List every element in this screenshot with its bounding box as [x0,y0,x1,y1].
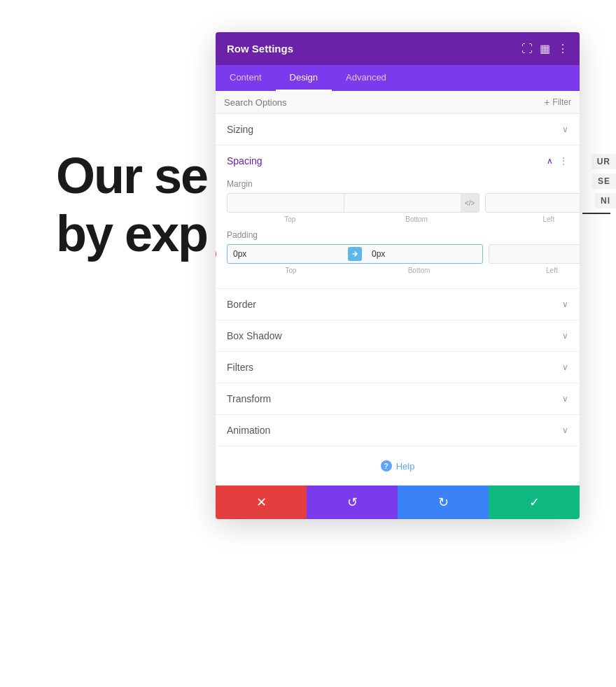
padding-top-bottom-group: 1 Top Bottom [227,244,483,274]
section-animation-header[interactable]: Animation ∨ [216,415,580,446]
margin-left-right-group: </> Left Right [485,193,580,223]
section-animation: Animation ∨ [216,415,580,446]
right-nav-divider [582,213,610,214]
undo-button[interactable]: ↺ [307,486,398,519]
padding-bottom-input[interactable] [366,245,482,263]
section-border: Border ∨ [216,289,580,320]
more-icon[interactable]: ⋮ [557,42,568,55]
bg-text-line1: Our se [56,147,207,205]
filter-plus-icon: + [544,97,550,108]
margin-left-input[interactable] [486,194,580,212]
margin-left-right-labels: Left Right [485,215,580,223]
sizing-chevron-icon: ∨ [562,125,568,134]
section-filters-title: Filters [227,362,253,373]
section-sizing-title: Sizing [227,124,253,135]
padding-top-bottom-inputs: 1 [227,244,483,264]
padding-left-right-inputs: </> [489,244,580,264]
section-border-title: Border [227,299,256,310]
help-section: ? Help [216,446,580,486]
padding-top-bottom-labels: Top Bottom [227,267,483,274]
bg-text-line2: by exp [56,205,207,263]
animation-chevron-icon: ∨ [562,425,568,435]
tab-content[interactable]: Content [216,65,276,91]
filter-label: Filter [552,97,571,107]
spacing-more-icon[interactable]: ⋮ [559,155,568,167]
section-transform-header[interactable]: Transform ∨ [216,383,580,414]
padding-left-right-labels: Left Right [489,267,580,274]
right-nav-item-3: NI [595,193,616,208]
right-nav-item-1: UR [592,154,616,169]
margin-fields-row: </> Top Bottom </> [227,193,568,223]
border-chevron-icon: ∨ [562,299,568,309]
padding-left-input[interactable] [489,245,580,263]
help-label[interactable]: Help [396,461,415,472]
section-border-header[interactable]: Border ∨ [216,289,580,320]
box-shadow-chevron-icon: ∨ [562,331,568,341]
spacing-chevron-icon: ∧ [547,156,553,166]
redo-button[interactable]: ↻ [398,486,489,519]
section-spacing-header[interactable]: Spacing ∧ ⋮ [216,146,580,176]
expand-icon[interactable]: ⛶ [522,43,533,55]
margin-left-right-inputs: </> [485,193,580,213]
save-button[interactable]: ✓ [489,486,580,519]
padding-top-input[interactable] [227,245,344,263]
padding-left-label: Left [489,267,580,274]
section-spacing-title: Spacing [227,155,262,167]
filter-button[interactable]: + Filter [544,97,571,108]
modal-tabs: Content Design Advanced [216,65,580,91]
padding-link-icon[interactable] [348,247,362,261]
header-icons: ⛶ ▦ ⋮ [522,42,568,55]
badge-1: 1 [216,246,216,262]
section-box-shadow-header[interactable]: Box Shadow ∨ [216,320,580,351]
margin-bottom-label: Bottom [354,215,480,223]
right-nav-item-2: SE [592,173,616,189]
margin-bottom-input[interactable] [344,194,461,212]
columns-icon[interactable]: ▦ [540,42,550,55]
modal-content: Sizing ∨ Spacing ∧ ⋮ Margin [216,114,580,486]
margin-top-bottom-inputs: </> [227,193,479,213]
tab-advanced[interactable]: Advanced [332,65,400,91]
transform-chevron-icon: ∨ [562,394,568,404]
spacing-content: Margin </> Top Bottom [216,179,580,288]
section-spacing: Spacing ∧ ⋮ Margin </> [216,146,580,289]
search-bar: + Filter [216,91,580,114]
tab-design[interactable]: Design [276,65,332,91]
margin-top-label: Top [227,215,354,223]
section-transform: Transform ∨ [216,383,580,415]
spacing-header-icons: ∧ ⋮ [547,155,568,167]
margin-label: Margin [227,179,568,189]
padding-left-right-group: </> Left Right [489,244,580,274]
margin-top-bottom-group: </> Top Bottom [227,193,479,223]
filters-chevron-icon: ∨ [562,362,568,372]
section-box-shadow: Box Shadow ∨ [216,320,580,352]
section-box-shadow-title: Box Shadow [227,330,282,341]
right-navigation: UR SE NI [582,154,616,214]
padding-top-label: Top [227,267,355,274]
margin-top-bottom-labels: Top Bottom [227,215,479,223]
background-text: Our se by exp [56,147,207,263]
section-filters-header[interactable]: Filters ∨ [216,352,580,383]
row-settings-modal: Row Settings ⛶ ▦ ⋮ Content Design Advanc… [216,32,580,519]
margin-top-bottom-code-btn[interactable]: </> [461,194,479,212]
search-input[interactable] [224,97,544,108]
padding-fields-row: 1 Top Bottom [227,244,568,274]
margin-top-input[interactable] [227,194,344,212]
modal-title: Row Settings [227,43,293,55]
modal-header: Row Settings ⛶ ▦ ⋮ [216,32,580,65]
section-transform-title: Transform [227,393,271,404]
modal-footer: ✕ ↺ ↻ ✓ [216,486,580,519]
section-filters: Filters ∨ [216,352,580,383]
margin-left-label: Left [485,215,580,223]
padding-label: Padding [227,230,568,240]
padding-bottom-label: Bottom [355,267,483,274]
help-icon: ? [381,460,392,472]
section-sizing-header[interactable]: Sizing ∨ [216,114,580,145]
section-sizing: Sizing ∨ [216,114,580,146]
cancel-button[interactable]: ✕ [216,486,307,519]
section-animation-title: Animation [227,425,270,436]
